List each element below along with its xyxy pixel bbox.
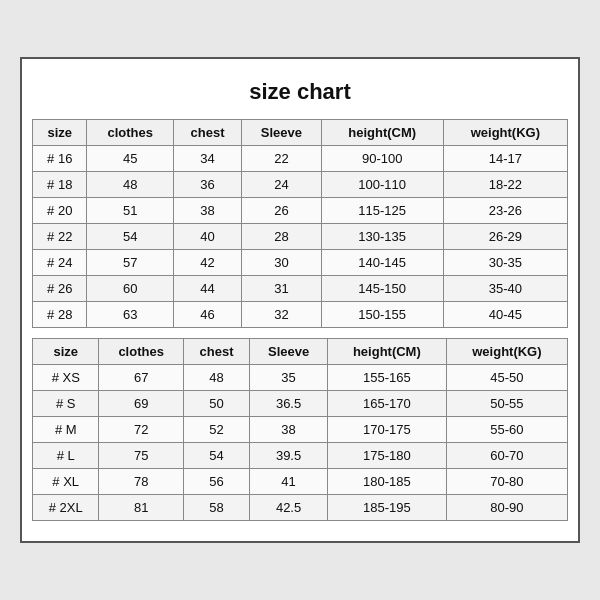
size-table-adult: sizeclotheschestSleeveheight(CM)weight(K… [32, 338, 568, 521]
table-cell: 52 [183, 417, 249, 443]
table-cell: 145-150 [321, 276, 443, 302]
table-row: # 1645342290-10014-17 [33, 146, 568, 172]
table-cell: 185-195 [327, 495, 446, 521]
table-cell: 42 [173, 250, 241, 276]
table-cell: 57 [87, 250, 173, 276]
table-cell: 42.5 [250, 495, 328, 521]
table-row: # 2XL815842.5185-19580-90 [33, 495, 568, 521]
table-cell: # 16 [33, 146, 87, 172]
table-cell: 69 [99, 391, 183, 417]
table-cell: 54 [87, 224, 173, 250]
table-row: # L755439.5175-18060-70 [33, 443, 568, 469]
table-cell: 40 [173, 224, 241, 250]
table-cell: 31 [242, 276, 322, 302]
table-cell: 100-110 [321, 172, 443, 198]
table-cell: 78 [99, 469, 183, 495]
table-cell: 48 [183, 365, 249, 391]
size-table-children: sizeclotheschestSleeveheight(CM)weight(K… [32, 119, 568, 328]
table-cell: 55-60 [446, 417, 567, 443]
table2-header-cell: weight(KG) [446, 339, 567, 365]
table1-header-cell: weight(KG) [443, 120, 567, 146]
table-cell: # 18 [33, 172, 87, 198]
table2-header-cell: clothes [99, 339, 183, 365]
table-cell: 36 [173, 172, 241, 198]
table-cell: 45 [87, 146, 173, 172]
table1-header-cell: clothes [87, 120, 173, 146]
table-cell: 35-40 [443, 276, 567, 302]
table-cell: 54 [183, 443, 249, 469]
table-cell: 150-155 [321, 302, 443, 328]
table-cell: 24 [242, 172, 322, 198]
table-cell: 46 [173, 302, 241, 328]
table-cell: 63 [87, 302, 173, 328]
table-cell: 28 [242, 224, 322, 250]
table-cell: 51 [87, 198, 173, 224]
table-row: # 22544028130-13526-29 [33, 224, 568, 250]
table-cell: 115-125 [321, 198, 443, 224]
size-chart-container: size chart sizeclotheschestSleeveheight(… [20, 57, 580, 543]
table2-header-cell: height(CM) [327, 339, 446, 365]
table-row: # 28634632150-15540-45 [33, 302, 568, 328]
table2-header-cell: Sleeve [250, 339, 328, 365]
table2-header-cell: size [33, 339, 99, 365]
table2-header-row: sizeclotheschestSleeveheight(CM)weight(K… [33, 339, 568, 365]
table1-header-cell: size [33, 120, 87, 146]
table-row: # 18483624100-11018-22 [33, 172, 568, 198]
table-cell: # 20 [33, 198, 87, 224]
table-cell: 60-70 [446, 443, 567, 469]
table-cell: 26 [242, 198, 322, 224]
table-cell: 38 [173, 198, 241, 224]
table-cell: 44 [173, 276, 241, 302]
table1-header-cell: height(CM) [321, 120, 443, 146]
table-cell: 36.5 [250, 391, 328, 417]
table1-header-row: sizeclotheschestSleeveheight(CM)weight(K… [33, 120, 568, 146]
table-cell: 30 [242, 250, 322, 276]
table-cell: 34 [173, 146, 241, 172]
table-cell: 140-145 [321, 250, 443, 276]
table-cell: 75 [99, 443, 183, 469]
table-cell: 70-80 [446, 469, 567, 495]
table1-header-cell: chest [173, 120, 241, 146]
table-cell: # M [33, 417, 99, 443]
table-cell: # 24 [33, 250, 87, 276]
table-cell: 60 [87, 276, 173, 302]
table-row: # S695036.5165-17050-55 [33, 391, 568, 417]
table-row: # XS674835155-16545-50 [33, 365, 568, 391]
table-cell: 48 [87, 172, 173, 198]
table-cell: 18-22 [443, 172, 567, 198]
table-cell: 175-180 [327, 443, 446, 469]
table-cell: 56 [183, 469, 249, 495]
table-cell: 50-55 [446, 391, 567, 417]
table-cell: # L [33, 443, 99, 469]
chart-title: size chart [32, 69, 568, 119]
table-cell: 40-45 [443, 302, 567, 328]
table-cell: 50 [183, 391, 249, 417]
table-cell: # 22 [33, 224, 87, 250]
table-cell: 81 [99, 495, 183, 521]
table-cell: # 28 [33, 302, 87, 328]
table-cell: 130-135 [321, 224, 443, 250]
table-cell: 35 [250, 365, 328, 391]
table-cell: # 2XL [33, 495, 99, 521]
table-cell: 58 [183, 495, 249, 521]
table-cell: 39.5 [250, 443, 328, 469]
table-row: # 20513826115-12523-26 [33, 198, 568, 224]
table-cell: 67 [99, 365, 183, 391]
table-cell: # XS [33, 365, 99, 391]
table-cell: # 26 [33, 276, 87, 302]
table-cell: 90-100 [321, 146, 443, 172]
table-row: # XL785641180-18570-80 [33, 469, 568, 495]
table-cell: # XL [33, 469, 99, 495]
table-cell: 26-29 [443, 224, 567, 250]
table-row: # 26604431145-15035-40 [33, 276, 568, 302]
table-cell: 45-50 [446, 365, 567, 391]
table-cell: 165-170 [327, 391, 446, 417]
table-row: # M725238170-17555-60 [33, 417, 568, 443]
table-cell: 180-185 [327, 469, 446, 495]
table-cell: # S [33, 391, 99, 417]
table-cell: 30-35 [443, 250, 567, 276]
table-cell: 14-17 [443, 146, 567, 172]
table-cell: 41 [250, 469, 328, 495]
table2-header-cell: chest [183, 339, 249, 365]
table-cell: 22 [242, 146, 322, 172]
